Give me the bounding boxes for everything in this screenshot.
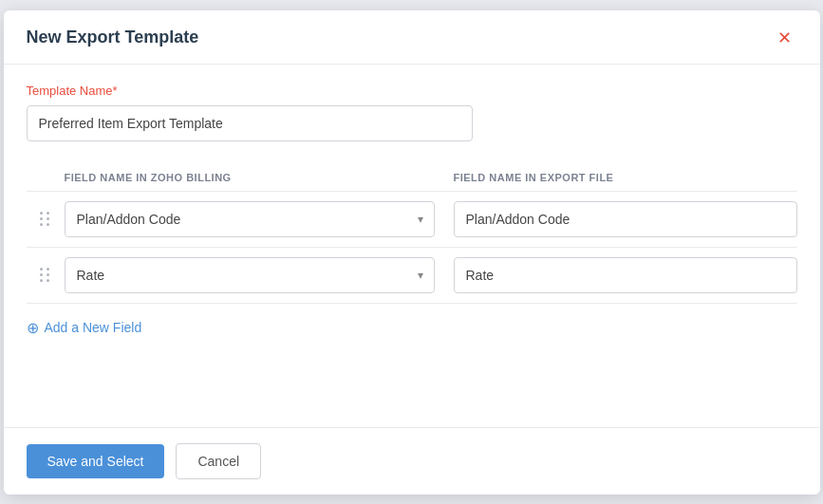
table-row: Plan/Addon Code Rate Name Description ▾ (27, 192, 797, 248)
drag-dots-icon (40, 212, 50, 226)
drag-dot (40, 212, 43, 215)
modal-dialog: New Export Template ✕ Template Name* FIE… (4, 10, 820, 495)
zoho-field-select-row2[interactable]: Plan/Addon Code Rate Name Description (65, 257, 435, 293)
zoho-field-wrapper-row2: Plan/Addon Code Rate Name Description ▾ (65, 257, 435, 293)
fields-table-header: FIELD NAME IN ZOHO BILLING FIELD NAME IN… (27, 164, 797, 192)
add-field-label: Add a New Field (45, 320, 142, 335)
modal-overlay: New Export Template ✕ Template Name* FIE… (0, 0, 823, 504)
modal-body: Template Name* FIELD NAME IN ZOHO BILLIN… (4, 65, 820, 427)
export-field-col-header: FIELD NAME IN EXPORT FILE (454, 172, 797, 183)
modal-footer: Save and Select Cancel (4, 427, 820, 495)
drag-dot (47, 217, 49, 220)
zoho-field-select-row1[interactable]: Plan/Addon Code Rate Name Description (65, 201, 435, 237)
template-name-input[interactable] (27, 105, 473, 141)
drag-dot (40, 273, 43, 276)
export-field-input-row1[interactable] (454, 201, 797, 237)
modal-title: New Export Template (27, 28, 199, 47)
drag-dot (47, 212, 49, 215)
drag-handle-row1[interactable] (27, 212, 65, 226)
drag-dot (47, 223, 49, 226)
drag-handle-row2[interactable] (27, 268, 65, 282)
drag-dot (47, 273, 49, 276)
drag-dot (47, 279, 49, 282)
drag-dot (40, 279, 43, 282)
drag-dots-icon (40, 268, 50, 282)
cancel-button[interactable]: Cancel (176, 443, 261, 479)
zoho-field-wrapper-row1: Plan/Addon Code Rate Name Description ▾ (65, 201, 435, 237)
template-name-label: Template Name* (27, 84, 797, 98)
table-row: Plan/Addon Code Rate Name Description ▾ (27, 248, 797, 304)
fields-table: FIELD NAME IN ZOHO BILLING FIELD NAME IN… (27, 164, 797, 304)
close-button[interactable]: ✕ (772, 28, 797, 48)
plus-circle-icon: ⊕ (27, 319, 39, 337)
drag-col-header (27, 172, 65, 183)
drag-dot (40, 223, 43, 226)
add-field-button[interactable]: ⊕ Add a New Field (27, 319, 142, 337)
drag-dot (40, 217, 43, 220)
modal-header: New Export Template ✕ (4, 10, 820, 65)
drag-dot (40, 268, 43, 271)
drag-dot (47, 268, 49, 271)
save-and-select-button[interactable]: Save and Select (27, 444, 165, 478)
zoho-field-col-header: FIELD NAME IN ZOHO BILLING (65, 172, 454, 183)
export-field-input-row2[interactable] (454, 257, 797, 293)
